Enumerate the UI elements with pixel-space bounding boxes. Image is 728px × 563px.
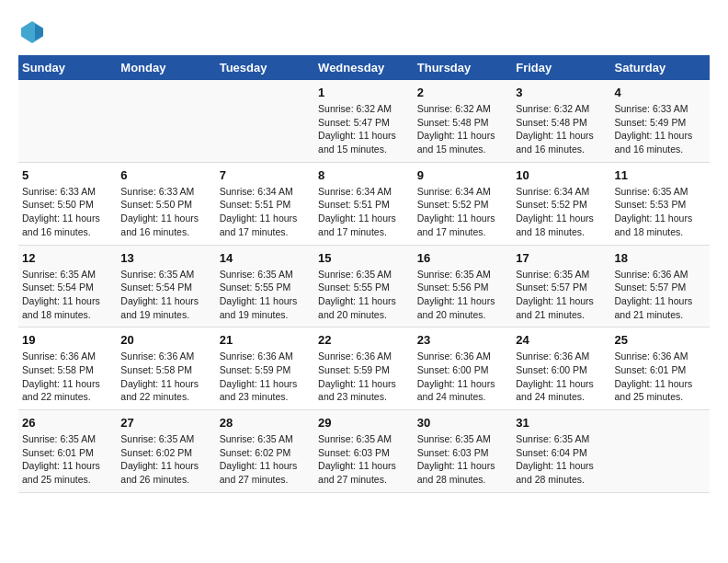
day-number: 31 xyxy=(516,416,607,430)
day-detail: Sunrise: 6:34 AM Sunset: 5:52 PM Dayligh… xyxy=(417,185,508,239)
day-detail: Sunrise: 6:35 AM Sunset: 5:53 PM Dayligh… xyxy=(615,185,707,239)
calendar-cell: 2Sunrise: 6:32 AM Sunset: 5:48 PM Daylig… xyxy=(414,80,512,162)
calendar-cell: 16Sunrise: 6:35 AM Sunset: 5:56 PM Dayli… xyxy=(414,245,512,327)
day-number: 11 xyxy=(615,168,707,182)
day-detail: Sunrise: 6:34 AM Sunset: 5:52 PM Dayligh… xyxy=(516,185,607,239)
day-detail: Sunrise: 6:35 AM Sunset: 6:03 PM Dayligh… xyxy=(417,432,508,487)
day-detail: Sunrise: 6:35 AM Sunset: 5:55 PM Dayligh… xyxy=(220,268,311,322)
day-number: 23 xyxy=(417,333,508,347)
calendar-cell: 27Sunrise: 6:35 AM Sunset: 6:02 PM Dayli… xyxy=(117,410,215,493)
calendar-cell: 31Sunrise: 6:35 AM Sunset: 6:04 PM Dayli… xyxy=(512,410,610,493)
calendar-cell: 25Sunrise: 6:36 AM Sunset: 6:01 PM Dayli… xyxy=(611,327,711,410)
day-detail: Sunrise: 6:33 AM Sunset: 5:50 PM Dayligh… xyxy=(22,185,113,239)
calendar-cell: 30Sunrise: 6:35 AM Sunset: 6:03 PM Dayli… xyxy=(414,410,512,493)
day-number: 5 xyxy=(22,168,113,182)
day-number: 18 xyxy=(615,251,707,265)
day-number: 17 xyxy=(516,251,607,265)
calendar-cell: 23Sunrise: 6:36 AM Sunset: 6:00 PM Dayli… xyxy=(414,327,512,410)
col-header-saturday: Saturday xyxy=(611,55,711,80)
page-header xyxy=(18,18,710,46)
col-header-thursday: Thursday xyxy=(414,55,512,80)
calendar-cell: 4Sunrise: 6:33 AM Sunset: 5:49 PM Daylig… xyxy=(611,80,711,162)
calendar-cell: 5Sunrise: 6:33 AM Sunset: 5:50 PM Daylig… xyxy=(18,162,117,245)
day-detail: Sunrise: 6:35 AM Sunset: 5:54 PM Dayligh… xyxy=(22,268,113,322)
day-detail: Sunrise: 6:36 AM Sunset: 5:58 PM Dayligh… xyxy=(22,350,113,404)
calendar-cell: 28Sunrise: 6:35 AM Sunset: 6:02 PM Dayli… xyxy=(216,410,314,493)
calendar-week-row: 26Sunrise: 6:35 AM Sunset: 6:01 PM Dayli… xyxy=(18,410,710,493)
day-number: 15 xyxy=(318,251,410,265)
col-header-tuesday: Tuesday xyxy=(216,55,314,80)
calendar-table: SundayMondayTuesdayWednesdayThursdayFrid… xyxy=(18,55,710,493)
day-detail: Sunrise: 6:35 AM Sunset: 6:01 PM Dayligh… xyxy=(22,432,113,487)
day-detail: Sunrise: 6:35 AM Sunset: 6:02 PM Dayligh… xyxy=(220,432,311,487)
calendar-cell xyxy=(18,80,117,162)
day-detail: Sunrise: 6:34 AM Sunset: 5:51 PM Dayligh… xyxy=(220,185,311,239)
calendar-week-row: 1Sunrise: 6:32 AM Sunset: 5:47 PM Daylig… xyxy=(18,80,710,162)
day-number: 13 xyxy=(120,251,211,265)
day-detail: Sunrise: 6:36 AM Sunset: 5:59 PM Dayligh… xyxy=(318,350,410,404)
col-header-friday: Friday xyxy=(512,55,610,80)
day-number: 20 xyxy=(120,333,211,347)
day-detail: Sunrise: 6:35 AM Sunset: 6:04 PM Dayligh… xyxy=(516,432,607,487)
day-number: 16 xyxy=(417,251,508,265)
calendar-cell: 12Sunrise: 6:35 AM Sunset: 5:54 PM Dayli… xyxy=(18,245,117,327)
day-detail: Sunrise: 6:33 AM Sunset: 5:50 PM Dayligh… xyxy=(120,185,211,239)
calendar-cell: 3Sunrise: 6:32 AM Sunset: 5:48 PM Daylig… xyxy=(512,80,610,162)
calendar-week-row: 5Sunrise: 6:33 AM Sunset: 5:50 PM Daylig… xyxy=(18,162,710,245)
day-number: 3 xyxy=(516,86,607,99)
day-detail: Sunrise: 6:32 AM Sunset: 5:48 PM Dayligh… xyxy=(516,102,607,156)
calendar-week-row: 19Sunrise: 6:36 AM Sunset: 5:58 PM Dayli… xyxy=(18,327,710,410)
day-detail: Sunrise: 6:36 AM Sunset: 5:57 PM Dayligh… xyxy=(615,268,707,322)
calendar-cell: 9Sunrise: 6:34 AM Sunset: 5:52 PM Daylig… xyxy=(414,162,512,245)
day-detail: Sunrise: 6:34 AM Sunset: 5:51 PM Dayligh… xyxy=(318,185,410,239)
calendar-cell: 13Sunrise: 6:35 AM Sunset: 5:54 PM Dayli… xyxy=(117,245,215,327)
calendar-cell: 20Sunrise: 6:36 AM Sunset: 5:58 PM Dayli… xyxy=(117,327,215,410)
calendar-cell: 26Sunrise: 6:35 AM Sunset: 6:01 PM Dayli… xyxy=(18,410,117,493)
calendar-cell: 17Sunrise: 6:35 AM Sunset: 5:57 PM Dayli… xyxy=(512,245,610,327)
calendar-cell: 7Sunrise: 6:34 AM Sunset: 5:51 PM Daylig… xyxy=(216,162,314,245)
calendar-cell: 1Sunrise: 6:32 AM Sunset: 5:47 PM Daylig… xyxy=(314,80,414,162)
day-number: 26 xyxy=(22,416,113,430)
day-detail: Sunrise: 6:35 AM Sunset: 6:03 PM Dayligh… xyxy=(318,432,410,487)
day-number: 29 xyxy=(318,416,410,430)
day-detail: Sunrise: 6:36 AM Sunset: 5:58 PM Dayligh… xyxy=(120,350,211,404)
day-detail: Sunrise: 6:33 AM Sunset: 5:49 PM Dayligh… xyxy=(615,102,707,156)
day-number: 21 xyxy=(220,333,311,347)
calendar-cell: 10Sunrise: 6:34 AM Sunset: 5:52 PM Dayli… xyxy=(512,162,610,245)
calendar-cell: 21Sunrise: 6:36 AM Sunset: 5:59 PM Dayli… xyxy=(216,327,314,410)
day-detail: Sunrise: 6:32 AM Sunset: 5:47 PM Dayligh… xyxy=(318,102,410,156)
calendar-cell: 19Sunrise: 6:36 AM Sunset: 5:58 PM Dayli… xyxy=(18,327,117,410)
day-number: 28 xyxy=(220,416,311,430)
calendar-cell xyxy=(611,410,711,493)
calendar-cell xyxy=(117,80,215,162)
calendar-cell: 6Sunrise: 6:33 AM Sunset: 5:50 PM Daylig… xyxy=(117,162,215,245)
day-number: 30 xyxy=(417,416,508,430)
day-number: 9 xyxy=(417,168,508,182)
col-header-monday: Monday xyxy=(117,55,215,80)
day-detail: Sunrise: 6:35 AM Sunset: 5:56 PM Dayligh… xyxy=(417,268,508,322)
day-detail: Sunrise: 6:35 AM Sunset: 5:55 PM Dayligh… xyxy=(318,268,410,322)
calendar-cell: 14Sunrise: 6:35 AM Sunset: 5:55 PM Dayli… xyxy=(216,245,314,327)
col-header-sunday: Sunday xyxy=(18,55,117,80)
calendar-cell: 15Sunrise: 6:35 AM Sunset: 5:55 PM Dayli… xyxy=(314,245,414,327)
calendar-cell: 29Sunrise: 6:35 AM Sunset: 6:03 PM Dayli… xyxy=(314,410,414,493)
day-number: 25 xyxy=(615,333,707,347)
logo xyxy=(18,18,50,46)
day-detail: Sunrise: 6:36 AM Sunset: 6:00 PM Dayligh… xyxy=(417,350,508,404)
day-number: 4 xyxy=(615,86,707,99)
day-number: 12 xyxy=(22,251,113,265)
day-detail: Sunrise: 6:36 AM Sunset: 6:01 PM Dayligh… xyxy=(615,350,707,404)
calendar-cell: 18Sunrise: 6:36 AM Sunset: 5:57 PM Dayli… xyxy=(611,245,711,327)
day-number: 8 xyxy=(318,168,410,182)
calendar-cell: 8Sunrise: 6:34 AM Sunset: 5:51 PM Daylig… xyxy=(314,162,414,245)
day-number: 2 xyxy=(417,86,508,99)
day-number: 14 xyxy=(220,251,311,265)
day-detail: Sunrise: 6:36 AM Sunset: 5:59 PM Dayligh… xyxy=(220,350,311,404)
day-number: 1 xyxy=(318,86,410,99)
day-number: 7 xyxy=(220,168,311,182)
calendar-cell: 22Sunrise: 6:36 AM Sunset: 5:59 PM Dayli… xyxy=(314,327,414,410)
calendar-cell xyxy=(216,80,314,162)
day-number: 19 xyxy=(22,333,113,347)
day-number: 24 xyxy=(516,333,607,347)
day-number: 27 xyxy=(120,416,211,430)
